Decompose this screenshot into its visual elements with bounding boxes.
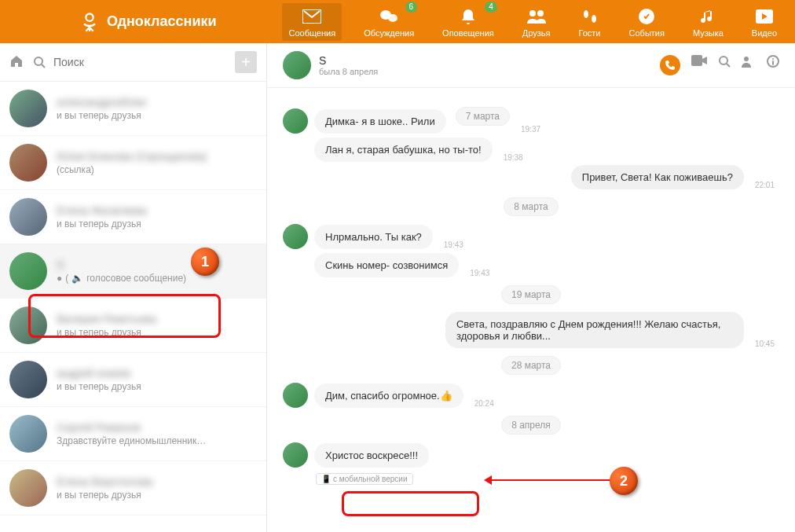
message-row: Света, поздравляю с Днем рождения!!! Жел… [283, 312, 779, 348]
nav-discussions[interactable]: 6 Обсуждения [357, 3, 420, 41]
brand-logo[interactable]: Одноклассники [79, 11, 217, 33]
new-chat-button[interactable]: + [235, 51, 257, 73]
message-bubble[interactable]: Дим, спасибо огромное.👍 [314, 383, 463, 408]
top-navbar: Одноклассники Сообщения 6 Обсуждения 4 О… [0, 0, 795, 43]
message-avatar [283, 108, 308, 134]
nav-items: Сообщения 6 Обсуждения 4 Оповещения Друз… [282, 3, 783, 41]
avatar [9, 90, 47, 127]
list-item[interactable]: Валерия Рекитьеваи вы теперь друзья [0, 299, 266, 353]
nav-video[interactable]: Видео [746, 3, 783, 41]
svg-point-4 [529, 10, 536, 17]
list-item-selected[interactable]: S●(🔈 голосовое сообщение) [0, 244, 266, 299]
avatar [9, 306, 47, 344]
annotation-callout-1: 1 [191, 248, 219, 276]
chat-header: S была 8 апреля [267, 43, 795, 88]
svg-point-3 [388, 14, 398, 22]
sidebar: + александрсиблини вы теперь друзья Юлия… [0, 43, 267, 532]
info-icon[interactable] [767, 55, 779, 75]
message-bubble[interactable]: Нлрмально. Ты как? [314, 225, 433, 249]
avatar [9, 198, 47, 236]
avatar [9, 415, 47, 453]
bell-icon [458, 6, 478, 27]
badge: 6 [405, 2, 418, 13]
nav-events[interactable]: События [623, 3, 671, 41]
date-separator: 19 марта [501, 285, 561, 304]
svg-rect-11 [691, 55, 702, 66]
message-row: Привет, Света! Как поживаешь?22:01 [283, 165, 779, 189]
chat-avatar[interactable] [283, 51, 311, 79]
chat-pane: S была 8 апреля Димка- я в шоке.. Рили7 … [267, 43, 795, 532]
list-item[interactable]: Сергей РомановЗдравствуйте единомышленни… [0, 407, 266, 461]
message-row: Нлрмально. Ты как?19:43 [283, 224, 779, 249]
footprints-icon [580, 6, 600, 27]
video-icon [754, 6, 775, 27]
date-separator: 28 марта [501, 356, 561, 375]
message-bubble[interactable]: Димка- я в шоке.. Рили [314, 109, 446, 134]
date-separator: 8 марта [504, 197, 558, 216]
chat-bubbles-icon [379, 6, 399, 27]
list-item[interactable]: александрсиблини вы теперь друзья [0, 82, 266, 136]
avatar [9, 144, 47, 182]
list-item[interactable]: Елена Воротиловаи вы теперь друзья [0, 461, 266, 515]
date-separator: 7 марта [456, 107, 510, 126]
mobile-version-tag: 📱с мобильной версии [316, 473, 413, 485]
chat-actions [660, 55, 779, 75]
list-item[interactable]: андрей кокиеви вы теперь друзья [0, 353, 266, 407]
message-bubble[interactable]: Христос воскресе!!! [314, 443, 429, 468]
mini-avatar-icon: ● [57, 273, 62, 284]
message-avatar [283, 442, 308, 468]
envelope-icon [302, 6, 322, 27]
annotation-arrow [487, 479, 613, 481]
message-time: 19:43 [444, 240, 463, 249]
search-input[interactable] [53, 56, 227, 68]
message-bubble[interactable]: Скинь номер- созвонимся [314, 253, 459, 277]
nav-messages[interactable]: Сообщения [282, 3, 342, 41]
friends-icon [526, 6, 547, 27]
ok-logo-icon [79, 11, 101, 33]
message-bubble[interactable]: Света, поздравляю с Днем рождения!!! Жел… [445, 312, 744, 348]
list-item[interactable]: Юлия Блинова (Скрощанова)(ссылка) [0, 136, 266, 190]
message-row: Дим, спасибо огромное.👍20:24 [283, 383, 779, 408]
message-row: Димка- я в шоке.. Рили7 марта19:37 [283, 99, 779, 134]
message-row: Христос воскресе!!! [283, 442, 779, 468]
date-separator: 8 апреля [501, 416, 561, 435]
thumbsup-icon [636, 6, 657, 27]
brand-text: Одноклассники [107, 13, 217, 30]
svg-point-6 [584, 10, 588, 18]
message-time: 20:24 [474, 399, 494, 408]
svg-point-12 [720, 57, 727, 64]
avatar [9, 252, 47, 290]
chat-body[interactable]: Димка- я в шоке.. Рили7 марта19:37Лан я,… [267, 88, 795, 532]
svg-point-10 [35, 57, 42, 65]
music-icon [698, 6, 718, 27]
videocall-icon[interactable] [691, 55, 707, 75]
list-item[interactable]: Елена Фалагяеваи вы теперь друзья [0, 190, 266, 244]
chat-title: S [319, 54, 652, 67]
call-button[interactable] [660, 55, 680, 75]
message-time: 19:43 [470, 269, 489, 277]
message-row: Скинь номер- созвонимся19:43 [283, 252, 779, 277]
message-avatar [283, 224, 308, 249]
search-icon [33, 56, 46, 68]
home-icon[interactable] [9, 54, 25, 70]
message-bubble[interactable]: Лан я, старая бабушка, но ты-то! [314, 138, 493, 162]
nav-music[interactable]: Музыка [687, 3, 730, 41]
message-row: Лан я, старая бабушка, но ты-то!19:38 [283, 137, 779, 162]
svg-point-5 [537, 10, 544, 17]
speaker-icon: 🔈 [71, 273, 83, 284]
nav-friends[interactable]: Друзья [516, 3, 557, 41]
message-time: 19:38 [504, 153, 523, 162]
conversation-list: александрсиблини вы теперь друзья Юлия Б… [0, 82, 266, 532]
add-user-icon[interactable] [742, 55, 756, 75]
avatar [9, 469, 47, 507]
annotation-callout-2: 2 [610, 467, 638, 495]
sidebar-header: + [0, 43, 266, 82]
nav-guests[interactable]: Гости [572, 3, 606, 41]
message-time: 10:45 [755, 339, 775, 348]
chat-status: была 8 апреля [319, 67, 652, 76]
nav-notifications[interactable]: 4 Оповещения [436, 3, 500, 41]
search-chat-icon[interactable] [718, 55, 731, 75]
message-time: 19:37 [521, 125, 540, 134]
message-bubble[interactable]: Привет, Света! Как поживаешь? [571, 165, 744, 189]
svg-point-13 [744, 57, 749, 61]
